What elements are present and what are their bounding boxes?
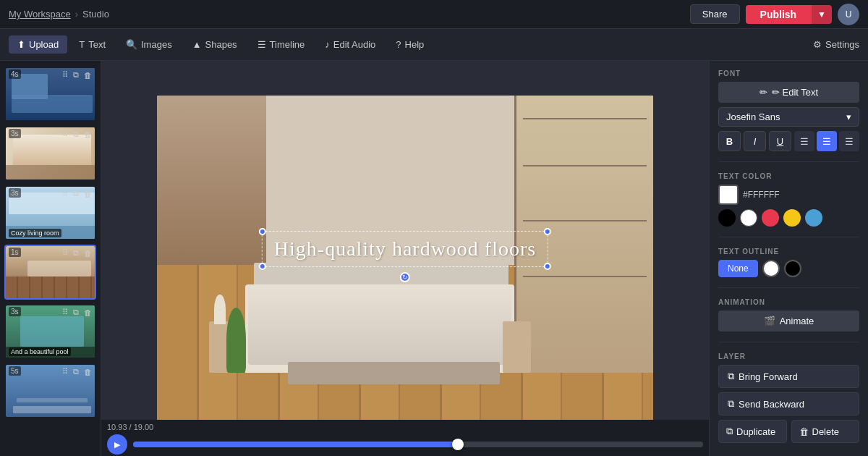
slide-item-6[interactable]: 5s ⠿ ⧉ 🗑 [4, 363, 96, 418]
underline-button[interactable]: U [769, 131, 791, 151]
workspace-link[interactable]: My Workspace [9, 9, 71, 20]
align-left-button[interactable]: ☰ [794, 131, 814, 151]
timeline-progress [133, 442, 458, 447]
slide-reorder-3[interactable]: ⠿ [61, 188, 69, 199]
slide-controls-1: ⠿ ⧉ 🗑 [61, 69, 93, 80]
publish-group: Publish ▼ [746, 5, 832, 24]
slide-reorder-5[interactable]: ⠿ [61, 307, 69, 318]
slide-item-1[interactable]: 4s ⠿ ⧉ 🗑 [4, 67, 96, 122]
slide-duration-6: 5s [9, 366, 21, 376]
font-section: FONT ✏ ✏ Edit Text Josefin Sans ▾ B I U … [718, 69, 859, 151]
swatch-blue[interactable] [805, 209, 822, 227]
edit-text-button[interactable]: ✏ ✏ Edit Text [718, 82, 859, 103]
slide-reorder-1[interactable]: ⠿ [61, 69, 69, 80]
shapes-label: Shapes [205, 39, 237, 50]
edit-audio-label: Edit Audio [333, 39, 376, 50]
color-preview[interactable] [718, 185, 739, 205]
pencil-icon: ✏ [760, 87, 767, 98]
avatar[interactable]: U [838, 4, 859, 25]
timeline-scrubber[interactable] [133, 442, 703, 447]
slide-duration-2: 3s [9, 129, 21, 138]
publish-button[interactable]: Publish [746, 5, 812, 24]
timeline-button[interactable]: ☰ Timeline [249, 35, 314, 54]
divider-3 [718, 287, 859, 288]
swatch-yellow[interactable] [783, 209, 801, 227]
slide-delete-4[interactable]: 🗑 [82, 248, 93, 258]
slide-reorder-2[interactable]: ⠿ [61, 129, 69, 140]
right-panel: FONT ✏ ✏ Edit Text Josefin Sans ▾ B I U … [709, 61, 868, 456]
slide-duration-3: 3s [9, 188, 21, 198]
slide-delete-6[interactable]: 🗑 [82, 367, 93, 377]
slide-item-4[interactable]: 1s ⠿ ⧉ 🗑 [4, 245, 96, 300]
divider-2 [718, 237, 859, 237]
settings-button[interactable]: ⚙ Settings [813, 39, 859, 50]
delete-icon: 🗑 [799, 426, 809, 437]
font-name: Josefin Sans [726, 111, 780, 122]
play-button[interactable]: ▶ [107, 434, 127, 455]
slide-delete-5[interactable]: 🗑 [82, 308, 93, 318]
outline-white-circle[interactable] [762, 260, 780, 277]
align-center-button[interactable]: ☰ [817, 131, 837, 151]
duplicate-icon: ⧉ [726, 426, 733, 437]
slide-duplicate-3[interactable]: ⧉ [72, 188, 80, 199]
publish-dropdown-button[interactable]: ▼ [811, 5, 832, 24]
canvas-text-element[interactable]: High-quality hardwood floors ↻ [262, 231, 548, 267]
help-icon: ? [396, 39, 401, 50]
handle-bottom-left[interactable] [259, 263, 266, 270]
slide-duplicate-6[interactable]: ⧉ [72, 366, 80, 377]
slide-reorder-4[interactable]: ⠿ [61, 248, 69, 258]
slide-delete-2[interactable]: 🗑 [82, 130, 93, 140]
outline-none-button[interactable]: None [718, 260, 758, 277]
slide-item-5[interactable]: And a beautiful pool 3s ⠿ ⧉ 🗑 [4, 304, 96, 359]
font-selector[interactable]: Josefin Sans ▾ [718, 107, 859, 127]
delete-label: Delete [812, 426, 840, 437]
slide-controls-3: ⠿ ⧉ 🗑 [61, 188, 93, 199]
font-label: FONT [718, 69, 859, 77]
slide-duplicate-1[interactable]: ⧉ [72, 69, 80, 80]
italic-button[interactable]: I [744, 131, 766, 151]
shapes-icon: ▲ [192, 39, 202, 50]
rotate-handle[interactable]: ↻ [400, 272, 410, 282]
timeline-thumb[interactable] [452, 439, 464, 450]
edit-audio-button[interactable]: ♪ Edit Audio [316, 35, 384, 54]
animate-button[interactable]: 🎬 Animate [718, 311, 859, 332]
slide-reorder-6[interactable]: ⠿ [61, 366, 69, 377]
slide-item-2[interactable]: 3s ⠿ ⧉ 🗑 [4, 126, 96, 181]
layer-row2: ⧉ Duplicate 🗑 Delete [718, 420, 859, 443]
edit-text-label: ✏ Edit Text [772, 87, 818, 98]
slide-delete-3[interactable]: 🗑 [82, 189, 93, 199]
swatch-white[interactable] [740, 209, 757, 227]
slide-delete-1[interactable]: 🗑 [82, 70, 93, 80]
swatch-black[interactable] [718, 209, 736, 227]
handle-top-left[interactable] [259, 228, 266, 235]
delete-button[interactable]: 🗑 Delete [791, 420, 860, 443]
bring-forward-button[interactable]: ⧉ Bring Forward [718, 365, 859, 388]
breadcrumb-separator: › [75, 9, 78, 20]
shapes-button[interactable]: ▲ Shapes [184, 35, 246, 54]
images-button[interactable]: 🔍 Images [117, 35, 181, 54]
canvas-container[interactable]: High-quality hardwood floors ↻ [157, 96, 653, 421]
outline-black-circle[interactable] [784, 260, 801, 277]
color-swatches [718, 209, 859, 227]
slide-duplicate-2[interactable]: ⧉ [72, 129, 80, 140]
duplicate-button[interactable]: ⧉ Duplicate [718, 420, 787, 443]
bold-button[interactable]: B [718, 131, 741, 151]
slides-panel: 4s ⠿ ⧉ 🗑 3s ⠿ ⧉ 🗑 [0, 61, 101, 456]
main-layout: 4s ⠿ ⧉ 🗑 3s ⠿ ⧉ 🗑 [0, 61, 868, 456]
slide-duplicate-5[interactable]: ⧉ [72, 307, 80, 318]
upload-label: Upload [29, 39, 59, 50]
slide-controls-6: ⠿ ⧉ 🗑 [61, 366, 93, 377]
text-button[interactable]: T Text [70, 35, 114, 54]
align-right-button[interactable]: ☰ [839, 131, 859, 151]
slide-label-5: And a beautiful pool [9, 347, 71, 356]
send-backward-icon: ⧉ [728, 398, 734, 410]
bring-forward-icon: ⧉ [728, 371, 734, 382]
help-button[interactable]: ? Help [387, 35, 433, 54]
timeline-label: Timeline [270, 39, 305, 50]
slide-item-3[interactable]: Cozy living room 3s ⠿ ⧉ 🗑 [4, 185, 96, 240]
share-button[interactable]: Share [690, 4, 740, 24]
slide-duplicate-4[interactable]: ⧉ [72, 248, 80, 258]
swatch-red[interactable] [762, 209, 779, 227]
send-backward-button[interactable]: ⧉ Send Backward [718, 392, 859, 415]
upload-button[interactable]: ⬆ Upload [9, 35, 67, 54]
